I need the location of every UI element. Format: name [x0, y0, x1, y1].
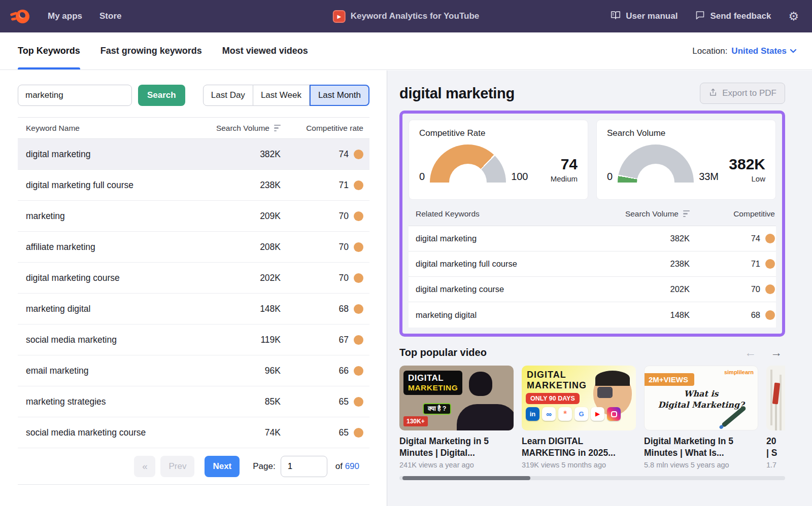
- header-competitive: Competitive: [690, 209, 776, 219]
- keyword-cell: affiliate marketing: [18, 242, 194, 252]
- gauge-title: Competitive Rate: [419, 128, 578, 138]
- export-to-pdf-button[interactable]: Export to PDF: [700, 83, 785, 104]
- keyword-cell: email marketing: [18, 366, 194, 376]
- tab-top-keywords[interactable]: Top Keywords: [18, 32, 80, 69]
- gauge-max-label: 33M: [699, 171, 719, 183]
- related-row[interactable]: marketing digital 148K 68: [409, 302, 776, 328]
- header-search-volume[interactable]: Search Volume: [194, 124, 281, 133]
- linkedin-icon: in: [526, 407, 539, 421]
- next-page-button[interactable]: Next: [205, 456, 240, 477]
- table-header: Keyword Name Search Volume Competitive r…: [18, 118, 369, 139]
- header-keyword-name: Keyword Name: [18, 124, 194, 133]
- upload-icon: [708, 88, 718, 99]
- gauge-value: 382K: [729, 156, 765, 173]
- keyword-cell: marketing digital: [18, 304, 194, 314]
- location-selector[interactable]: United States: [731, 46, 797, 56]
- rate-cell: 74: [281, 149, 369, 160]
- tab-fast-growing-keywords[interactable]: Fast growing keywords: [100, 32, 202, 69]
- keyword-cell: digital marketing full course: [18, 180, 194, 191]
- keyword-detail-panel: digital marketing Export to PDF Competit…: [387, 70, 812, 506]
- horizontal-scrollbar-thumb[interactable]: [402, 476, 530, 480]
- rate-dot: [765, 310, 775, 320]
- time-filter-segment: Last Day Last Week Last Month: [203, 85, 369, 106]
- book-icon: [610, 10, 621, 23]
- prev-page-button[interactable]: Prev: [160, 456, 194, 477]
- video-thumbnail: DIGITAL MARKETING क्या है ? 130K+: [399, 366, 514, 430]
- first-page-button[interactable]: «: [134, 456, 155, 477]
- nav-store[interactable]: Store: [99, 11, 121, 21]
- video-carousel: DIGITAL MARKETING क्या है ? 130K+ Digita…: [399, 366, 785, 469]
- location-control: Location: United States: [692, 46, 797, 56]
- meta-icon: ∞: [542, 407, 556, 421]
- user-manual-link[interactable]: User manual: [610, 10, 678, 23]
- video-meta: 319K views 5 months ago: [522, 461, 636, 469]
- rate-dot: [354, 150, 363, 159]
- rate-cell: 71: [281, 180, 369, 191]
- total-pages-link[interactable]: 690: [345, 461, 359, 471]
- volume-cell: 119K: [194, 335, 281, 345]
- topbar-actions: User manual Send feedback ⚙: [610, 10, 799, 23]
- video-meta: 5.8 mln views 5 years ago: [644, 461, 758, 469]
- keyword-cell: digital marketing full course: [409, 259, 588, 269]
- table-row[interactable]: email marketing 96K 66: [18, 355, 369, 386]
- thumbnail-badge: ONLY 90 DAYS: [526, 393, 580, 404]
- page-number-input[interactable]: [281, 456, 327, 477]
- competitive-rate-card: Competitive Rate 0 100 74 Medi: [409, 120, 588, 200]
- table-row[interactable]: digital marketing course 202K 70: [18, 263, 369, 294]
- filter-last-month[interactable]: Last Month: [310, 85, 369, 106]
- horizontal-scrollbar-track[interactable]: [399, 476, 785, 480]
- table-row[interactable]: digital marketing full course 238K 71: [18, 170, 369, 201]
- hubspot-icon: *: [558, 407, 572, 421]
- thumbnail-badge: क्या है ?: [423, 403, 451, 415]
- rate-dot: [354, 335, 363, 345]
- related-row[interactable]: digital marketing full course 238K 71: [409, 251, 776, 277]
- gauge-level: Low: [729, 174, 765, 183]
- table-row[interactable]: social media marketing course 74K 65: [18, 417, 369, 448]
- semrush-logo-icon[interactable]: [10, 8, 30, 25]
- search-button[interactable]: Search: [138, 85, 185, 106]
- filter-last-week[interactable]: Last Week: [253, 85, 310, 106]
- carousel-right-arrow-icon[interactable]: →: [770, 346, 782, 359]
- gauge-value: 74: [551, 156, 578, 173]
- table-row[interactable]: marketing strategies 85K 65: [18, 386, 369, 417]
- sort-descending-icon: [683, 210, 690, 218]
- keyword-cell: digital marketing course: [409, 284, 588, 294]
- nav-my-apps[interactable]: My apps: [48, 11, 82, 21]
- table-row[interactable]: social media marketing 119K 67: [18, 324, 369, 355]
- google-icon: G: [574, 407, 588, 421]
- thumbnail-title-text: DIGITAL MARKETING: [527, 370, 587, 390]
- app-header: ▶ Keyword Analytics for YouTube: [333, 10, 479, 23]
- table-row[interactable]: digital marketing 382K 74: [18, 139, 369, 170]
- search-volume-gauge: [618, 144, 694, 183]
- tab-most-viewed-videos[interactable]: Most viewed videos: [222, 32, 308, 69]
- rate-cell: 65: [281, 427, 369, 438]
- search-input[interactable]: [18, 85, 132, 106]
- volume-cell: 74K: [194, 427, 281, 438]
- related-row[interactable]: digital marketing course 202K 70: [409, 277, 776, 302]
- table-row[interactable]: affiliate marketing 208K 70: [18, 232, 369, 263]
- gauge-max-label: 100: [511, 171, 528, 183]
- person-silhouette: [457, 404, 514, 430]
- video-title: Digital Marketing in 5 Minutes | Digital…: [399, 436, 514, 459]
- carousel-left-arrow-icon[interactable]: ←: [745, 346, 756, 359]
- related-row[interactable]: digital marketing 382K 74: [409, 226, 776, 251]
- table-row[interactable]: marketing 209K 70: [18, 201, 369, 232]
- video-title: 20 | S: [766, 436, 785, 459]
- video-card[interactable]: DIGITAL MARKETING क्या है ? 130K+ Digita…: [399, 366, 514, 469]
- filter-last-day[interactable]: Last Day: [203, 85, 253, 106]
- settings-gear-icon[interactable]: ⚙: [788, 11, 799, 22]
- gauge-title: Search Volume: [607, 128, 765, 138]
- keyword-cell: marketing strategies: [18, 396, 194, 407]
- keyword-cell: social media marketing course: [18, 427, 194, 438]
- video-card[interactable]: 20 | S 1.7: [766, 366, 785, 469]
- video-card[interactable]: 2M+VIEWS simplilearn What is Digital Mar…: [644, 366, 758, 469]
- volume-cell: 148K: [588, 310, 690, 320]
- header-search-volume[interactable]: Search Volume: [588, 209, 690, 219]
- rate-dot: [354, 273, 363, 283]
- video-card[interactable]: DIGITAL MARKETING ONLY 90 DAYS in ∞ * G …: [522, 366, 636, 469]
- video-title: Learn DIGITAL MARKETING in 2025...: [522, 436, 636, 459]
- chat-bubble-icon: [695, 10, 705, 23]
- volume-cell: 85K: [194, 396, 281, 407]
- table-row[interactable]: marketing digital 148K 68: [18, 294, 369, 324]
- send-feedback-link[interactable]: Send feedback: [695, 10, 771, 23]
